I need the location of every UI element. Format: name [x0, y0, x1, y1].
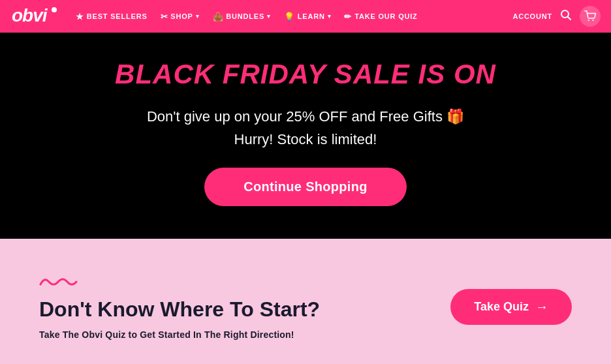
nav-right: ACCOUNT [512, 6, 601, 27]
squiggle-icon [39, 274, 78, 288]
continue-shopping-button[interactable]: Continue Shopping [204, 168, 407, 206]
chevron-down-icon: ▾ [328, 13, 332, 20]
arrow-icon: → [535, 299, 548, 314]
bag-icon: 👜 [213, 12, 224, 22]
navigation: obvi ★ BEST SELLERS ✂ SHOP ▾ 👜 BUNDLES ▾… [0, 0, 611, 33]
account-label[interactable]: ACCOUNT [512, 12, 552, 20]
logo[interactable]: obvi [10, 3, 57, 30]
chevron-down-icon: ▾ [196, 13, 200, 20]
nav-quiz[interactable]: ✏ TAKE OUR QUIZ [339, 8, 422, 25]
chevron-down-icon: ▾ [267, 13, 271, 20]
hero-section: BLACK FRIDAY SALE IS ON Don't give up on… [0, 33, 611, 239]
nav-links: ★ BEST SELLERS ✂ SHOP ▾ 👜 BUNDLES ▾ 💡 LE… [70, 8, 512, 25]
star-icon: ★ [76, 12, 84, 22]
svg-point-5 [592, 20, 593, 21]
lower-subheading: Take The Obvi Quiz to Get Started In The… [39, 329, 320, 340]
search-button[interactable] [560, 9, 572, 24]
nav-best-sellers[interactable]: ★ BEST SELLERS [70, 8, 153, 25]
svg-line-3 [568, 16, 571, 20]
svg-text:obvi: obvi [12, 5, 48, 25]
nav-bundles[interactable]: 👜 BUNDLES ▾ [208, 8, 276, 25]
take-quiz-button[interactable]: Take Quiz → [450, 289, 572, 325]
cart-icon [584, 10, 596, 22]
bulb-icon: 💡 [284, 12, 295, 22]
search-icon [560, 9, 572, 21]
logo-text: obvi [10, 10, 57, 29]
pencil-icon: ✏ [344, 12, 352, 22]
svg-point-4 [588, 20, 589, 21]
lower-left: Don't Know Where To Start? Take The Obvi… [39, 274, 320, 340]
lower-heading: Don't Know Where To Start? [39, 297, 320, 322]
nav-shop[interactable]: ✂ SHOP ▾ [155, 8, 205, 25]
cart-button[interactable] [580, 6, 601, 27]
hero-title: BLACK FRIDAY SALE IS ON [115, 59, 496, 90]
scissors-icon: ✂ [161, 12, 168, 22]
logo-svg: obvi [10, 3, 57, 25]
lower-section: Don't Know Where To Start? Take The Obvi… [0, 239, 611, 364]
hero-subtitle2: Hurry! Stock is limited! [234, 131, 377, 148]
hero-subtitle1: Don't give up on your 25% OFF and Free G… [147, 106, 464, 127]
nav-learn[interactable]: 💡 LEARN ▾ [279, 8, 337, 25]
svg-point-1 [52, 7, 57, 12]
